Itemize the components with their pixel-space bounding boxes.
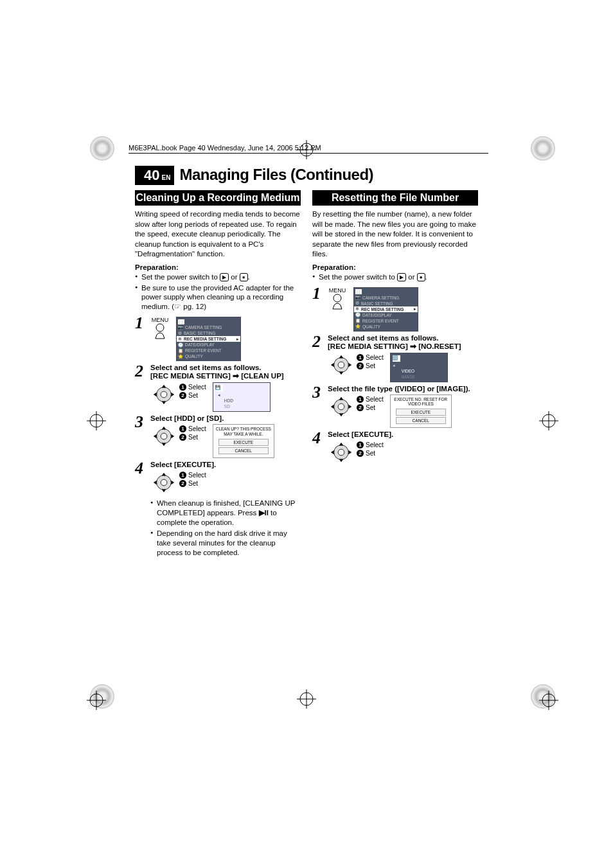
menu-button-graphic: MENU [150,317,170,340]
joystick-labels: 1Select 2Set [179,424,206,448]
step-number: 1 [135,315,147,330]
osd-menu-screenshot: ⬚ 📷 CAMERA SETTING ⚙ BASIC SETTING ❄ REC… [353,287,418,332]
rec-mode-icon: ● [417,273,425,281]
intro-text: By resetting the file number (name), a n… [312,209,478,260]
step-title: Select and set items as follows. [REC ME… [150,364,301,380]
notes-list: When cleanup is finished, [CLEANING UP C… [150,499,301,558]
preparation-label: Preparation: [312,263,478,271]
joystick-labels: 1Select 2Set [357,394,384,419]
play-mode-icon: ▶ [397,273,406,281]
prep-item: Set the power switch to ▶ or ●. [312,272,478,282]
step-title: Select and set items as follows. [REC ME… [328,334,478,351]
step-title: Select [EXECUTE]. [328,430,478,438]
step-number: 1 [312,286,324,301]
section-heading-cleanup: Cleaning Up a Recording Medium [135,190,301,206]
registration-rosette [90,136,114,161]
joystick-icon [150,382,177,407]
svg-point-4 [161,433,167,439]
osd-submenu-screenshot: 💾 ◂ HDD SD [213,382,271,412]
svg-point-2 [161,391,167,398]
step-number: 3 [312,385,324,400]
note-item: Depending on the hard disk drive it may … [150,529,301,558]
osd-dialog-screenshot: CLEAN UP? THIS PROCESS MAY TAKE A WHILE.… [213,424,274,458]
step-number: 2 [312,334,324,349]
page-title: Managing Files (Continued) [179,166,373,184]
svg-point-6 [161,479,167,486]
svg-point-9 [338,362,344,368]
registration-mark-icon [297,689,316,709]
osd-submenu-screenshot: 🔢 ◂ VIDEO IMAGE [390,353,448,382]
prep-item: Be sure to use the provided AC adapter f… [135,283,301,312]
svg-point-11 [338,403,344,410]
joystick-icon [328,394,355,419]
registration-rosette [531,136,555,161]
step-number: 2 [135,364,147,378]
registration-mark-icon [87,411,106,430]
registration-mark-icon [539,691,558,710]
step-title: Select the file type ([VIDEO] or [IMAGE]… [328,385,478,393]
joystick-labels: 1Select 2Set [357,440,384,465]
section-heading-reset: Resetting the File Number [312,190,478,206]
page-number-badge: 40 EN [135,166,174,185]
step-number: 3 [135,414,147,429]
intro-text: Writing speed of recording media tends t… [135,209,301,260]
page-lang: EN [161,174,170,181]
rec-mode-icon: ● [240,273,248,281]
play-mode-icon: ▶ [220,273,229,281]
page-number: 40 [144,167,159,184]
joystick-labels: 1Select 2Set [179,382,206,407]
joystick-icon [150,424,177,448]
hand-press-icon [328,294,347,310]
joystick-labels: 1Select 2Set [357,353,384,377]
hand-press-icon [150,323,170,340]
joystick-icon [328,440,355,465]
registration-mark-icon [87,691,106,710]
joystick-labels: 1Select 2Set [179,470,206,495]
registration-mark-icon [297,140,316,159]
prep-item: Set the power switch to ▶ or ●. [135,272,301,282]
osd-menu-screenshot: ⬚ 📷 CAMERA SETTING ⚙ BASIC SETTING ❄ REC… [176,317,241,361]
step-title: Select [HDD] or [SD]. [150,414,301,422]
osd-dialog-screenshot: EXECUTE NO. RESET FOR VIDEO FILES EXECUT… [390,394,452,429]
step-number: 4 [135,461,147,475]
preparation-label: Preparation: [135,263,301,271]
joystick-icon [150,470,177,495]
menu-button-graphic: MENU [328,287,347,310]
step-number: 4 [312,430,324,445]
joystick-icon [328,353,355,377]
svg-point-7 [333,294,341,302]
registration-mark-icon [539,411,558,430]
step-title: Select [EXECUTE]. [150,461,301,468]
preparation-list: Set the power switch to ▶ or ●. [312,272,478,282]
svg-point-13 [338,449,344,456]
svg-point-0 [156,324,164,332]
note-item: When cleanup is finished, [CLEANING UP C… [150,499,301,527]
preparation-list: Set the power switch to ▶ or ●. Be sure … [135,272,301,312]
